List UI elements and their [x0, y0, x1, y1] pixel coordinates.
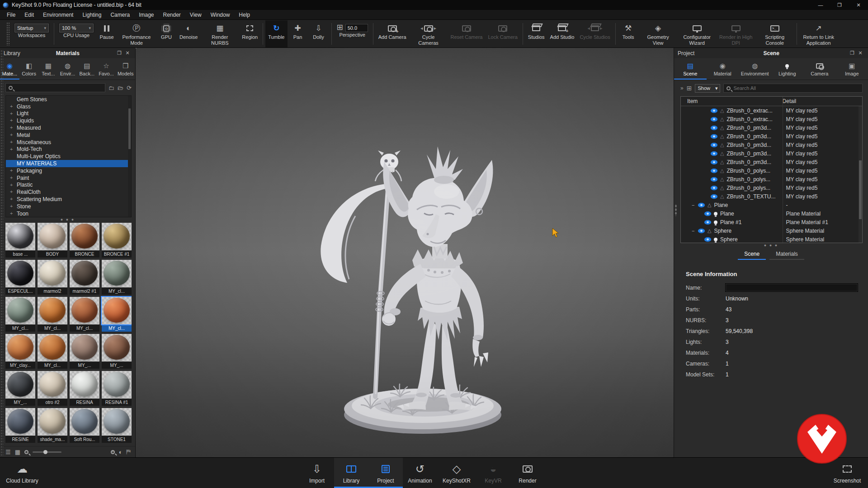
menu-file[interactable]: File [2, 12, 20, 18]
library-category-row[interactable]: + Toon [6, 210, 131, 217]
menu-render[interactable]: Render [159, 12, 185, 18]
perspective-input[interactable] [345, 24, 368, 32]
tab-favorites[interactable]: ☆Favo... [97, 60, 116, 80]
library-search-input[interactable] [15, 85, 102, 90]
visibility-eye-icon[interactable] [704, 211, 711, 216]
visibility-eye-icon[interactable] [711, 126, 717, 130]
perspective-control[interactable]: ⊞ Perspective [334, 20, 371, 47]
tab-colors[interactable]: ◧Colors [19, 60, 39, 80]
library-category-row[interactable]: + Light [6, 110, 131, 117]
gpu-button[interactable]: G GPU [156, 20, 177, 47]
expand-plus-icon[interactable]: + [10, 125, 13, 130]
scene-tree-row[interactable]: △ ZBrush_0_extrac... MY clay red5 [681, 106, 862, 115]
close-panel-icon[interactable]: ✕ [123, 50, 132, 56]
dock-animation[interactable]: ↺ Animation [403, 458, 437, 488]
library-category-row[interactable]: + Mold-Tech [6, 146, 131, 153]
sphere-preview-icon[interactable]: ◐ [119, 449, 123, 455]
collapse-minus-icon[interactable]: − [692, 228, 696, 234]
refresh-icon[interactable]: ⟳ [127, 84, 132, 91]
scene-tree-row[interactable]: − △ Sphere Sphere Material [681, 235, 862, 243]
float-panel-icon[interactable]: ❐ [848, 50, 856, 56]
expand-plus-icon[interactable]: + [10, 168, 13, 173]
material-swatch[interactable]: RESINA [70, 370, 99, 407]
zoom-out-icon[interactable]: − [24, 450, 28, 454]
material-swatch[interactable]: marmol2 [38, 258, 67, 296]
expand-plus-icon[interactable]: + [10, 203, 13, 209]
scene-tree-row[interactable]: △ ZBrush_0_pm3d... MY clay red5 [681, 141, 862, 149]
material-swatch[interactable]: otro #2 [38, 370, 67, 407]
studios-button[interactable]: Studios [525, 20, 547, 47]
item-column-header[interactable]: Item [681, 98, 783, 104]
scene-tree-row[interactable]: △ ZBrush_0_pm3d... MY clay red5 [681, 132, 862, 141]
detail-column-header[interactable]: Detail [783, 98, 797, 104]
reset-camera-button[interactable]: Reset Camera [448, 20, 486, 47]
library-category-row[interactable]: + Scattering Medium [6, 196, 131, 203]
scene-tree-row[interactable]: △ ZBrush_0_extrac... MY clay red5 [681, 115, 862, 123]
visibility-eye-icon[interactable] [704, 237, 711, 242]
menu-help[interactable]: Help [234, 12, 255, 18]
toolbar-grip[interactable] [6, 22, 10, 46]
dolly-button[interactable]: ⇩ Dolly [308, 20, 329, 47]
add-camera-button[interactable]: Add Camera [376, 20, 409, 47]
visibility-eye-icon[interactable] [711, 117, 717, 122]
scene-tree-row[interactable]: △ ZBrush_0_polys... MY clay red5 [681, 166, 862, 175]
menu-camera[interactable]: Camera [106, 12, 134, 18]
visibility-eye-icon[interactable] [711, 151, 717, 156]
library-search-box[interactable] [5, 83, 105, 92]
library-category-row[interactable]: + MY MATERIALS [6, 160, 131, 167]
tools-button[interactable]: ⚒ Tools [618, 20, 639, 47]
cycle-studios-button[interactable]: ◂▸ Cycle Studios [577, 20, 613, 47]
thumbnail-size-slider[interactable] [33, 451, 61, 453]
visibility-eye-icon[interactable] [711, 143, 717, 147]
maximize-button[interactable]: ❐ [830, 0, 849, 10]
material-swatch[interactable]: MY_cl... [102, 296, 132, 333]
dock-keyvr[interactable]: ◒ KeyVR [476, 458, 510, 488]
material-swatch[interactable]: MY_cl... [38, 296, 67, 333]
show-filter-dropdown[interactable]: Show ▾ [695, 84, 720, 93]
material-swatch[interactable]: MY_clay... [5, 333, 35, 370]
scene-tree-row[interactable]: △ ZBrush_0_pm3d... MY clay red5 [681, 149, 862, 158]
add-folder-icon[interactable]: 🗀 [108, 84, 114, 91]
tab-image[interactable]: ▣Image [836, 60, 868, 80]
menu-edit[interactable]: Edit [20, 12, 38, 18]
scene-tree-row[interactable]: − △ Plane #1 Plane Material #1 [681, 218, 862, 226]
menu-image[interactable]: Image [134, 12, 158, 18]
panel-splitter-handle[interactable]: ● ● ● [0, 217, 135, 221]
slider-thumb[interactable] [43, 450, 47, 454]
tab-models[interactable]: ❒Models [116, 60, 135, 80]
tab-textures[interactable]: ▦Text... [38, 60, 58, 80]
library-category-row[interactable]: + Multi-Layer Optics [6, 153, 131, 160]
menu-lighting[interactable]: Lighting [78, 12, 106, 18]
material-swatch[interactable]: Soft Rou... [70, 407, 99, 444]
workspaces-dropdown[interactable]: Startup▾ Workspaces [12, 20, 52, 47]
scene-tree-row[interactable]: △ ZBrush_0_polys... MY clay red5 [681, 183, 862, 192]
render-preview-icon[interactable]: ⛿ [127, 448, 131, 455]
expand-plus-icon[interactable]: + [10, 211, 13, 216]
library-tree-scrollbar[interactable] [128, 96, 131, 217]
material-swatch[interactable]: MY_cl... [38, 333, 67, 370]
material-swatch[interactable]: MY_... [102, 333, 132, 370]
library-category-row[interactable]: + Metal [6, 131, 131, 139]
scripting-console-button[interactable]: >_ Scripting Console [755, 20, 794, 47]
visibility-eye-icon[interactable] [698, 229, 705, 233]
tab-lighting[interactable]: Lighting [771, 60, 804, 80]
scene-search-input[interactable] [733, 85, 859, 91]
tab-material[interactable]: ◉Material [707, 60, 739, 80]
dock-cloud-library[interactable]: ☁ Cloud Library [3, 458, 42, 488]
geometry-view-button[interactable]: ◈ Geometry View [639, 20, 678, 47]
close-panel-icon[interactable]: ✕ [856, 50, 864, 56]
material-swatch[interactable]: MY_cl... [70, 296, 99, 333]
expand-plus-icon[interactable]: + [10, 189, 13, 194]
cpu-usage-dropdown[interactable]: 100 %▾ CPU Usage [57, 20, 96, 47]
dock-project[interactable]: Project [368, 458, 403, 488]
visibility-eye-icon[interactable] [711, 134, 717, 139]
tab-camera[interactable]: Camera [803, 60, 836, 80]
library-category-row[interactable]: + Glass [6, 103, 131, 110]
expand-plus-icon[interactable]: + [10, 175, 13, 180]
cycle-cameras-button[interactable]: ◂▸ Cycle Cameras [409, 20, 448, 47]
dock-import[interactable]: ⇩ Import [300, 458, 334, 488]
import-folder-icon[interactable]: 🗁 [118, 84, 123, 91]
tab-environments[interactable]: ◍Envir... [58, 60, 77, 80]
library-category-row[interactable]: + Plastic [6, 182, 131, 189]
library-category-row[interactable]: + Paint [6, 174, 131, 182]
